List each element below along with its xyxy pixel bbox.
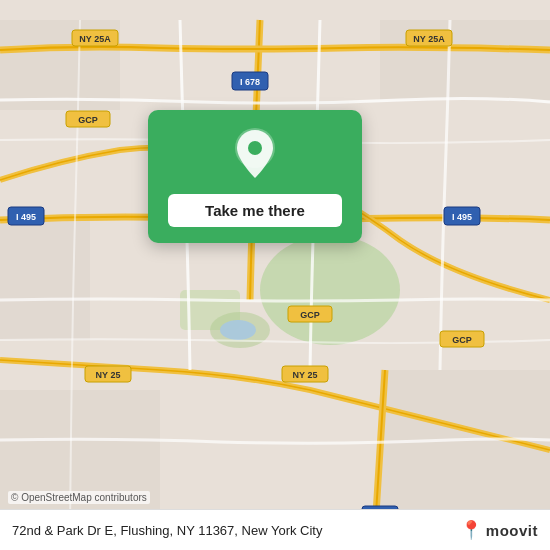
svg-point-32 (248, 141, 262, 155)
svg-text:GCP: GCP (452, 335, 472, 345)
moovit-logo: 📍 moovit (460, 519, 538, 541)
svg-rect-5 (380, 20, 550, 100)
pin-icon-wrap (233, 128, 277, 184)
action-card: Take me there (148, 110, 362, 243)
osm-attr-text: © OpenStreetMap contributors (11, 492, 147, 503)
svg-text:NY 25A: NY 25A (79, 34, 111, 44)
svg-text:I 495: I 495 (452, 212, 472, 222)
bottom-bar: 72nd & Park Dr E, Flushing, NY 11367, Ne… (0, 509, 550, 550)
svg-text:GCP: GCP (300, 310, 320, 320)
map-svg: NY 25A NY 25A I 678 I 495 I 495 GCP GCP … (0, 0, 550, 550)
address-text: 72nd & Park Dr E, Flushing, NY 11367, Ne… (12, 523, 460, 538)
svg-text:I 495: I 495 (16, 212, 36, 222)
svg-point-0 (260, 235, 400, 345)
svg-point-3 (220, 320, 256, 340)
moovit-brand-text: moovit (486, 522, 538, 539)
moovit-pin-icon: 📍 (460, 519, 482, 541)
osm-attribution: © OpenStreetMap contributors (8, 491, 150, 504)
svg-text:NY 25: NY 25 (293, 370, 318, 380)
location-pin-icon (233, 128, 277, 180)
svg-text:NY 25: NY 25 (96, 370, 121, 380)
svg-text:I 678: I 678 (240, 77, 260, 87)
svg-rect-8 (0, 220, 90, 340)
take-me-there-button[interactable]: Take me there (168, 194, 342, 227)
svg-text:NY 25A: NY 25A (413, 34, 445, 44)
map-container: NY 25A NY 25A I 678 I 495 I 495 GCP GCP … (0, 0, 550, 550)
svg-text:GCP: GCP (78, 115, 98, 125)
svg-rect-7 (380, 370, 550, 530)
